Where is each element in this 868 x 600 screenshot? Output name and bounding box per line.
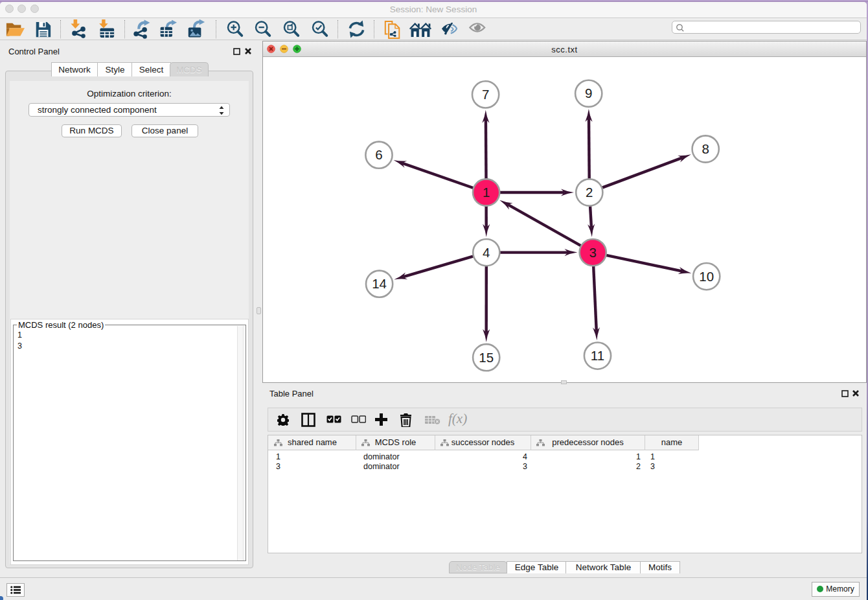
svg-text:10: 10 <box>699 269 714 284</box>
svg-text:3: 3 <box>589 245 596 260</box>
svg-text:1: 1 <box>483 185 490 200</box>
svg-text:2: 2 <box>586 185 593 200</box>
svg-text:6: 6 <box>375 147 382 162</box>
svg-text:15: 15 <box>479 350 494 365</box>
svg-text:9: 9 <box>585 86 592 100</box>
svg-text:8: 8 <box>702 141 709 156</box>
svg-text:4: 4 <box>483 245 490 260</box>
svg-text:11: 11 <box>591 348 604 363</box>
svg-text:7: 7 <box>482 87 489 102</box>
svg-text:14: 14 <box>372 276 387 291</box>
